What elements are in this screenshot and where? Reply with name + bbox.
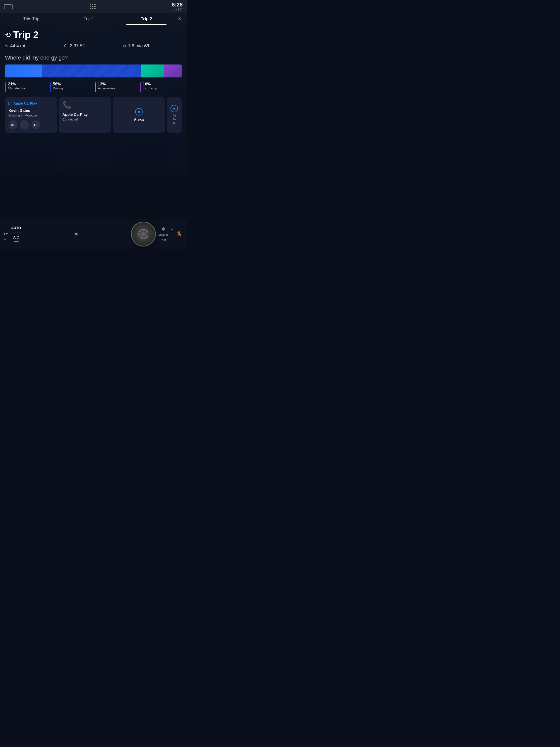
legend-exttemp-color <box>140 82 141 93</box>
right-controls: ❄ MAX ❄ R ❄ <box>158 226 168 242</box>
phone-card[interactable]: 📞 Apple CarPlay Connected <box>59 97 111 133</box>
max-defrost-label: MAX ❄ <box>158 233 168 237</box>
legend-exttemp: 10% Ext. Temp. <box>140 82 182 93</box>
auto-label: AUTO <box>11 226 21 230</box>
volume-knob[interactable] <box>131 222 156 247</box>
side-card-icon <box>170 105 178 112</box>
main-content: ⟲ Trip 2 ⟲ 44.4 mi ⏱ 2:37:52 ⊘ 1.8 mi/kW… <box>0 25 187 175</box>
apps-grid-icon[interactable] <box>90 4 96 9</box>
temp-plus-button[interactable]: + <box>4 227 8 231</box>
tab-navigation: This Trip Trip 1 Trip 2 ✕ <box>0 13 187 25</box>
legend-exttemp-percent: 10% <box>143 82 158 86</box>
phone-icon: 📞 <box>62 101 108 109</box>
temp-minus-button[interactable]: − <box>4 237 8 241</box>
close-button[interactable]: ✕ <box>175 15 184 23</box>
temp-display: ↑₄ 80° <box>172 7 183 11</box>
media-controls: ⏮ ⏸ ⏭ <box>8 120 54 129</box>
carplay-play-icon: ▷ <box>8 101 11 106</box>
fan-icon-area: ✶ <box>24 231 128 237</box>
ac-label[interactable]: A/C <box>13 235 19 239</box>
stat-efficiency: ⊘ 1.8 mi/kWh <box>123 43 182 49</box>
knob-inner <box>138 229 148 239</box>
energy-section: Where did my energy go? 21% Climate Use … <box>5 54 182 93</box>
seat-icon-area: 🪑 <box>175 231 183 237</box>
car-icon <box>4 4 13 9</box>
temp-lo-label: LO <box>4 232 8 236</box>
car-icon-area <box>4 3 14 10</box>
duration-value: 2:37:52 <box>70 43 85 49</box>
legend-climate: 21% Climate Use <box>5 82 47 93</box>
temperature-value: 80° <box>178 7 183 11</box>
signal-icon: ↑₄ <box>174 7 177 11</box>
tab-trip1[interactable]: Trip 1 <box>60 13 117 25</box>
trip-route-icon: ⟲ <box>5 31 11 39</box>
carplay-title: Apple CarPlay <box>14 101 37 105</box>
artist-name: Kevin Gates <box>8 108 54 113</box>
bottom-cards: ▷ Apple CarPlay Kevin Gates Wishing In M… <box>5 97 182 133</box>
defrost-icon[interactable]: ❄ <box>162 226 165 232</box>
alexa-label: Alexa <box>134 117 144 122</box>
legend-climate-label: Climate Use <box>8 86 26 90</box>
carplay-card[interactable]: ▷ Apple CarPlay Kevin Gates Wishing In M… <box>5 97 57 133</box>
status-center <box>90 4 96 9</box>
bar-driving <box>42 65 141 77</box>
side-card[interactable]: Fa Au Te <box>167 97 182 133</box>
legend-climate-percent: 21% <box>8 82 26 86</box>
distance-value: 44.4 mi <box>10 43 25 49</box>
legend-accessories-color <box>95 82 96 93</box>
tab-this-trip[interactable]: This Trip <box>2 13 60 25</box>
stat-duration: ⏱ 2:37:52 <box>64 43 123 49</box>
legend-driving-color <box>50 82 51 93</box>
energy-title: Where did my energy go? <box>5 54 182 61</box>
right-temp-plus[interactable]: + <box>171 227 173 231</box>
next-button[interactable]: ⏭ <box>31 120 40 129</box>
legend-driving-percent: 56% <box>53 82 63 86</box>
legend-driving: 56% Driving <box>50 82 92 93</box>
phone-connected-label: Connected <box>62 118 108 121</box>
phone-carplay-label: Apple CarPlay <box>62 112 108 117</box>
legend-accessories-label: Accessories <box>98 86 115 90</box>
bottom-controls: + LO − AUTO — — — A/C ✶ ❄ MAX ❄ R ❄ + • … <box>0 219 187 249</box>
song-name: Wishing In Morocco <box>8 113 54 117</box>
efficiency-icon: ⊘ <box>123 44 126 48</box>
energy-bar <box>5 65 182 77</box>
right-temp-minus[interactable]: − <box>171 237 173 241</box>
trip-title: Trip 2 <box>13 30 38 40</box>
energy-legend: 21% Climate Use 56% Driving 13% Accessor… <box>5 82 182 93</box>
bar-climate <box>5 65 42 77</box>
pause-button[interactable]: ⏸ <box>20 120 29 129</box>
prev-button[interactable]: ⏮ <box>8 120 18 129</box>
distance-icon: ⟲ <box>5 44 8 48</box>
bar-accessories <box>141 65 164 77</box>
side-card-text: Fa Au Te <box>172 114 176 125</box>
alexa-icon <box>135 108 142 115</box>
bar-exttemp <box>164 65 182 77</box>
trip-header: ⟲ Trip 2 <box>5 30 182 40</box>
fan-icon: ✶ <box>74 231 79 237</box>
carplay-card-header: ▷ Apple CarPlay <box>8 101 54 106</box>
seat-icon: 🪑 <box>176 231 182 237</box>
status-right: 8:28 ↑₄ 80° <box>172 2 183 11</box>
tab-trip2[interactable]: Trip 2 <box>118 13 175 25</box>
trip-stats: ⟲ 44.4 mi ⏱ 2:37:52 ⊘ 1.8 mi/kWh <box>5 43 182 49</box>
time-display: 8:28 <box>172 2 183 7</box>
stat-distance: ⟲ 44.4 mi <box>5 43 64 49</box>
rear-defrost-label: R ❄ <box>161 238 166 242</box>
legend-driving-label: Driving <box>53 86 63 90</box>
legend-accessories-percent: 13% <box>98 82 115 86</box>
duration-icon: ⏱ <box>64 44 68 48</box>
efficiency-value: 1.8 mi/kWh <box>128 43 150 49</box>
legend-accessories: 13% Accessories <box>95 82 137 93</box>
temp-right-section: + • − <box>171 227 173 241</box>
auto-section: AUTO — — — A/C <box>11 226 21 242</box>
legend-climate-color <box>5 82 6 93</box>
legend-exttemp-label: Ext. Temp. <box>143 86 158 90</box>
climate-left-section: + LO − <box>4 227 8 241</box>
status-bar: 8:28 ↑₄ 80° <box>0 0 187 13</box>
alexa-card[interactable]: Alexa <box>113 97 165 133</box>
